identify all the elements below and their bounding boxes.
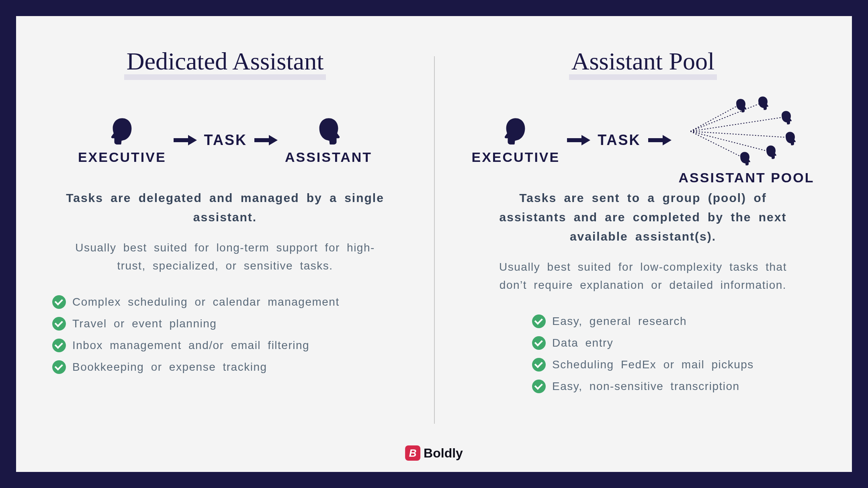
bullet-text: Scheduling FedEx or mail pickups xyxy=(552,358,754,371)
left-column: Dedicated Assistant EXECUTIVE TASK ASSIS… xyxy=(16,16,434,472)
bullet-item: Easy, non-sensitive transcription xyxy=(532,380,754,393)
right-title: Assistant Pool xyxy=(569,48,717,80)
person-head-icon xyxy=(500,116,531,147)
bullet-item: Bookkeeping or expense tracking xyxy=(52,360,340,374)
check-icon xyxy=(532,336,546,350)
left-description-light: Usually best suited for long-term suppor… xyxy=(64,239,386,275)
executive-block: EXECUTIVE xyxy=(472,116,560,165)
svg-line-4 xyxy=(690,131,769,151)
bullet-text: Easy, non-sensitive transcription xyxy=(552,380,740,393)
assistant-label: ASSISTANT xyxy=(285,149,372,165)
bullet-text: Travel or event planning xyxy=(72,317,217,330)
person-head-small-icon xyxy=(733,98,749,115)
bullet-item: Easy, general research xyxy=(532,314,754,328)
person-head-small-icon xyxy=(778,110,794,127)
bullet-text: Bookkeeping or expense tracking xyxy=(72,361,267,374)
check-icon xyxy=(532,380,546,393)
assistant-pool-cluster xyxy=(690,95,803,167)
svg-line-2 xyxy=(690,117,783,131)
bullet-item: Inbox management and/or email filtering xyxy=(52,339,340,352)
bullet-text: Complex scheduling or calendar managemen… xyxy=(72,296,340,308)
check-icon xyxy=(52,317,66,331)
person-head-icon xyxy=(313,116,344,147)
right-bullet-list: Easy, general research Data entry Schedu… xyxy=(532,314,754,393)
arrow-right-icon xyxy=(174,134,197,146)
left-description-bold: Tasks are delegated and managed by a sin… xyxy=(64,188,386,227)
person-head-small-icon xyxy=(737,151,753,168)
bullet-text: Easy, general research xyxy=(552,315,687,328)
check-icon xyxy=(52,339,66,352)
person-head-small-icon xyxy=(782,131,798,148)
executive-label: EXECUTIVE xyxy=(78,149,166,165)
assistant-pool-block: ASSISTANT POOL xyxy=(679,95,815,186)
infographic-canvas: Dedicated Assistant EXECUTIVE TASK ASSIS… xyxy=(16,16,852,472)
right-description-light: Usually best suited for low-complexity t… xyxy=(482,258,804,294)
right-diagram: EXECUTIVE TASK xyxy=(472,100,815,180)
svg-line-3 xyxy=(690,131,787,137)
left-bullet-list: Complex scheduling or calendar managemen… xyxy=(48,295,340,374)
person-head-small-icon xyxy=(763,144,779,162)
assistant-block: ASSISTANT xyxy=(285,116,372,165)
svg-line-5 xyxy=(690,131,743,157)
arrow-right-icon xyxy=(648,134,671,146)
left-title: Dedicated Assistant xyxy=(124,48,326,80)
executive-block: EXECUTIVE xyxy=(78,116,166,165)
check-icon xyxy=(532,314,546,328)
assistant-pool-label: ASSISTANT POOL xyxy=(679,170,815,186)
brand-name: Boldly xyxy=(424,446,463,461)
brand-logo-icon: B xyxy=(405,445,420,461)
bullet-text: Data entry xyxy=(552,337,613,349)
bullet-item: Complex scheduling or calendar managemen… xyxy=(52,295,340,309)
bullet-item: Travel or event planning xyxy=(52,317,340,331)
right-description-bold: Tasks are sent to a group (pool) of assi… xyxy=(482,188,804,246)
svg-line-1 xyxy=(690,103,761,131)
task-label: TASK xyxy=(598,132,641,149)
check-icon xyxy=(52,360,66,374)
check-icon xyxy=(532,358,546,372)
left-diagram: EXECUTIVE TASK ASSISTANT xyxy=(78,100,372,180)
arrow-right-icon xyxy=(567,134,590,146)
person-head-icon xyxy=(106,116,138,147)
check-icon xyxy=(52,295,66,309)
right-column: Assistant Pool EXECUTIVE TASK xyxy=(434,16,852,472)
bullet-item: Data entry xyxy=(532,336,754,350)
person-head-small-icon xyxy=(755,95,771,113)
bullet-text: Inbox management and/or email filtering xyxy=(72,339,309,352)
arrow-right-icon xyxy=(254,134,278,146)
task-label: TASK xyxy=(204,132,247,149)
brand-footer: B Boldly xyxy=(405,445,463,461)
svg-line-0 xyxy=(690,105,739,131)
bullet-item: Scheduling FedEx or mail pickups xyxy=(532,358,754,372)
center-divider xyxy=(434,56,435,424)
executive-label: EXECUTIVE xyxy=(472,149,560,165)
